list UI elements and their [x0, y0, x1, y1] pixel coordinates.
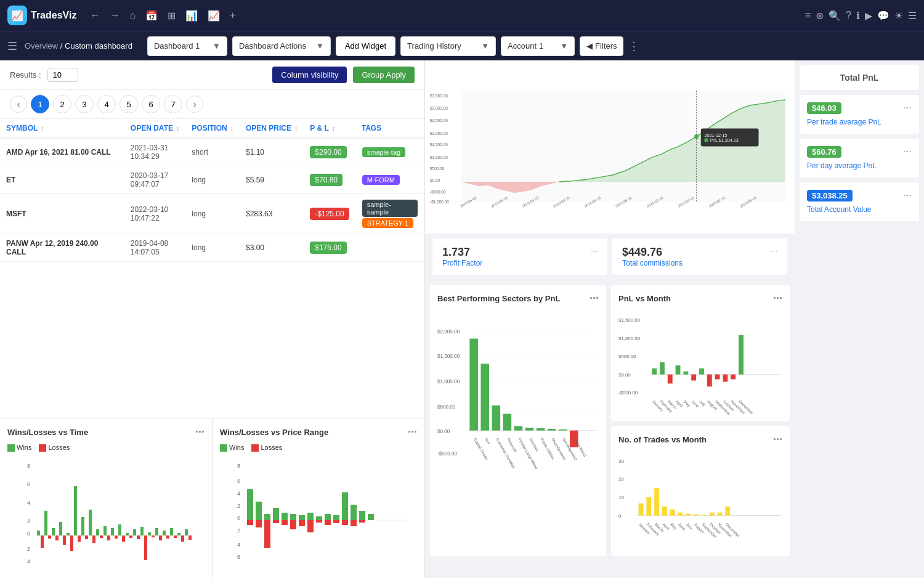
wl-price-more-icon[interactable]: ···: [408, 426, 417, 439]
trending-icon[interactable]: 📈: [205, 7, 222, 24]
col-open-price[interactable]: OPEN PRICE ↕: [240, 119, 304, 138]
breadcrumb-overview[interactable]: Overview: [25, 41, 58, 51]
svg-rect-168: [739, 335, 744, 375]
svg-text:$1,500.00: $1,500.00: [618, 317, 641, 323]
wl-time-more-icon[interactable]: ···: [195, 426, 205, 439]
results-input[interactable]: [47, 68, 78, 82]
theme-icon[interactable]: ☀: [894, 10, 903, 22]
circle-icon[interactable]: ⊗: [816, 10, 824, 22]
video-icon[interactable]: ▶: [865, 10, 872, 22]
page-3-button[interactable]: 3: [75, 95, 94, 113]
svg-rect-37: [100, 535, 103, 538]
svg-rect-36: [92, 535, 95, 543]
page-6-button[interactable]: 6: [142, 95, 160, 113]
svg-text:6: 6: [237, 478, 240, 484]
svg-rect-195: [710, 513, 715, 516]
col-pnl[interactable]: P & L ↕: [304, 119, 355, 138]
svg-rect-75: [256, 520, 262, 527]
pnl-month-more-icon[interactable]: ···: [773, 292, 782, 305]
per-day-more-icon[interactable]: ···: [904, 146, 912, 157]
svg-text:2: 2: [237, 503, 240, 509]
svg-rect-188: [654, 488, 659, 515]
right-sidebar-stats: Total PnL $46.03 ··· Per trade average P…: [795, 60, 924, 561]
col-position[interactable]: POSITION ↕: [185, 119, 240, 138]
menu-icon[interactable]: ☰: [908, 10, 917, 22]
svg-rect-190: [670, 510, 675, 516]
table-row: PANW Apr 12, 2019 240.00 CALL 2019-04-08…: [0, 234, 424, 262]
help-icon[interactable]: ?: [846, 10, 851, 21]
table-section: Results : Column visibility Group Apply …: [0, 60, 424, 418]
group-apply-button[interactable]: Group Apply: [353, 67, 415, 83]
svg-text:$1,500.00: $1,500.00: [430, 142, 448, 147]
total-commissions-value: $449.76: [622, 246, 683, 259]
wins-legend: Wins: [7, 444, 31, 452]
svg-rect-14: [81, 517, 84, 535]
back-icon[interactable]: ←: [87, 7, 102, 23]
page-1-button[interactable]: 1: [31, 95, 49, 113]
svg-rect-192: [686, 514, 691, 516]
cell-date-4: 2019-04-0814:07:05: [124, 234, 185, 262]
svg-text:$1,000.00: $1,000.00: [618, 336, 641, 341]
sidebar-toggle[interactable]: ☰: [7, 39, 17, 53]
trading-history-dropdown[interactable]: Trading History ▼: [400, 36, 496, 56]
dashboard-actions-dropdown[interactable]: Dashboard Actions ▼: [232, 36, 331, 56]
plus-icon[interactable]: +: [227, 7, 238, 23]
total-account-value-card: $3,038.25 ··· Total Account Value: [800, 182, 919, 221]
svg-text:July: July: [699, 399, 707, 408]
sectors-chart-title: Best Performing Sectors by PnL ···: [437, 292, 599, 305]
chevron-left-icon: ◀: [586, 41, 593, 51]
trading-history-label: Trading History: [407, 41, 461, 51]
chat-icon[interactable]: 💬: [877, 10, 890, 22]
svg-rect-136: [525, 428, 534, 431]
filters-button[interactable]: ◀ Filters: [580, 36, 623, 56]
layout-icon[interactable]: ⊞: [165, 7, 178, 24]
filters-label: Filters: [595, 41, 617, 51]
trades-month-title: No. of Trades vs Month ···: [618, 433, 782, 446]
commissions-more-icon[interactable]: ···: [771, 246, 777, 255]
cell-price-1: $1.10: [240, 138, 304, 166]
total-account-more-icon[interactable]: ···: [904, 190, 912, 201]
col-tags[interactable]: TAGS: [355, 119, 424, 138]
svg-rect-28: [185, 529, 188, 535]
wins-losses-price-chart: Wins/Losses vs Price Range ··· Wins Loss…: [213, 418, 424, 578]
svg-text:May: May: [669, 522, 678, 531]
page-4-button[interactable]: 4: [97, 95, 116, 113]
losses-legend-price: Losses: [251, 444, 282, 452]
account-dropdown[interactable]: Account 1 ▼: [501, 36, 575, 56]
app-logo[interactable]: 📈 TradesViz: [7, 6, 76, 25]
page-7-button[interactable]: 7: [164, 95, 182, 113]
svg-text:$3,500.00: $3,500.00: [430, 94, 448, 98]
add-widget-button[interactable]: Add Widget: [336, 36, 395, 56]
chart-legend-wl-time: Wins Losses: [7, 444, 205, 452]
col-open-date[interactable]: OPEN DATE ↕: [124, 119, 185, 138]
col-symbol[interactable]: SYMBOL ↕: [0, 119, 124, 138]
prev-page-button[interactable]: ‹: [10, 96, 27, 113]
wins-legend-price: Wins: [220, 444, 244, 452]
search-icon[interactable]: 🔍: [829, 10, 841, 22]
svg-rect-81: [307, 520, 314, 532]
svg-rect-194: [702, 515, 707, 516]
sectors-more-icon[interactable]: ···: [590, 292, 599, 305]
page-5-button[interactable]: 5: [120, 95, 138, 113]
profit-factor-more-icon[interactable]: ···: [591, 246, 598, 255]
calendar-icon[interactable]: 📅: [143, 7, 160, 24]
second-navigation: ☰ Overview / Custom dashboard Dashboard …: [0, 31, 924, 60]
svg-rect-132: [480, 364, 489, 430]
column-visibility-button[interactable]: Column visibility: [272, 67, 347, 83]
info-icon[interactable]: ℹ: [856, 10, 860, 22]
svg-rect-163: [699, 368, 704, 375]
next-page-button[interactable]: ›: [186, 96, 203, 113]
dashboard-select-dropdown[interactable]: Dashboard 1 ▼: [147, 36, 227, 56]
chevron-down-icon: ▼: [213, 41, 221, 51]
page-2-button[interactable]: 2: [53, 95, 71, 113]
settings-icon[interactable]: ≡: [805, 10, 811, 21]
svg-rect-17: [103, 526, 107, 535]
per-trade-more-icon[interactable]: ···: [904, 102, 912, 113]
home-icon[interactable]: ⌂: [127, 7, 138, 23]
trades-month-more-icon[interactable]: ···: [773, 433, 782, 446]
svg-rect-26: [170, 528, 173, 535]
cell-tags-3: sample-sample STRATEGY-1: [355, 194, 424, 234]
more-options-icon[interactable]: ⋮: [628, 39, 639, 53]
forward-icon[interactable]: →: [107, 7, 122, 23]
chart-icon[interactable]: 📊: [183, 7, 200, 24]
